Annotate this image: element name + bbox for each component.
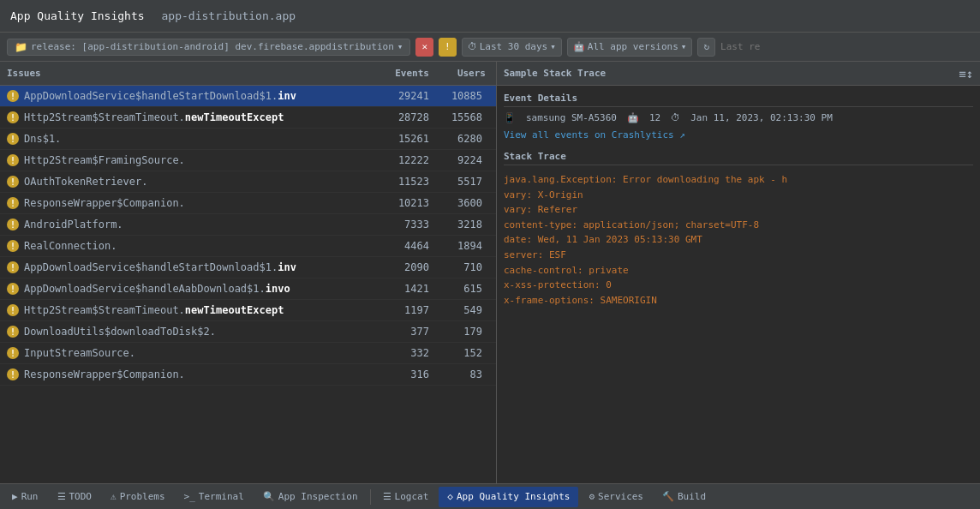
title-app-quality-insights[interactable]: App Quality Insights <box>10 9 145 22</box>
stack-line: x-xss-protection: 0 <box>504 278 973 293</box>
stack-line: content-type: application/json; charset=… <box>504 218 973 233</box>
issue-name: RealConnection. <box>24 240 369 252</box>
issue-name: InputStreamSource. <box>24 347 369 359</box>
release-selector[interactable]: 📁 release: [app-distribution-android] de… <box>7 39 410 56</box>
run-label: Run <box>21 491 39 502</box>
error-filter-btn[interactable]: ✕ <box>415 38 433 57</box>
run-icon: ▶ <box>12 491 18 502</box>
android-version-icon: 🤖 <box>627 112 639 123</box>
bottom-btn-logcat[interactable]: ☰Logcat <box>374 487 438 507</box>
versions-chevron: ▾ <box>681 41 687 52</box>
title-app-distribution[interactable]: app-distribution.app <box>162 9 296 22</box>
stack-header: Sample Stack Trace ≡↕ <box>497 62 980 86</box>
issue-users: 3218 <box>429 219 489 231</box>
issues-header: Issues Events Users <box>0 62 496 86</box>
issue-name: AppDownloadService$handleAabDownload$1.i… <box>24 283 369 295</box>
issue-events: 377 <box>369 326 429 338</box>
issue-row[interactable]: !Http2Stream$FramingSource.122229224 <box>0 150 496 171</box>
release-icon: 📁 <box>15 41 27 53</box>
issue-events: 11523 <box>369 176 429 188</box>
issue-row[interactable]: !Dns$1.152616280 <box>0 129 496 150</box>
clock-icon: ⏱ <box>468 41 477 52</box>
issue-users: 549 <box>429 304 489 316</box>
issue-events: 12222 <box>369 154 429 166</box>
stack-trace-section: Stack Trace java.lang.Exception: Error d… <box>504 151 973 308</box>
bottom-btn-app-quality-insights[interactable]: ◇App Quality Insights <box>439 487 578 507</box>
issue-users: 5517 <box>429 176 489 188</box>
issue-row[interactable]: !RealConnection.44641894 <box>0 236 496 257</box>
event-details-section: Event Details 📱 samsung SM-A5360 🤖 12 ⏱ … <box>504 93 973 141</box>
events-col-header: Events <box>376 64 436 82</box>
issue-row[interactable]: !AppDownloadService$handleStartDownload$… <box>0 86 496 107</box>
problems-label: Problems <box>120 491 165 502</box>
problems-icon: ⚠ <box>111 491 117 502</box>
bottom-btn-problems[interactable]: ⚠Problems <box>102 487 174 507</box>
issue-row[interactable]: !OAuthTokenRetriever.115235517 <box>0 171 496 193</box>
issue-warning-icon: ! <box>7 111 19 123</box>
all-versions-btn[interactable]: 🤖 All app versions ▾ <box>567 38 693 57</box>
clock-icon2: ⏱ <box>671 112 680 123</box>
issue-row[interactable]: !AppDownloadService$handleStartDownload$… <box>0 257 496 278</box>
issue-events: 2090 <box>369 261 429 273</box>
build-label: Build <box>678 491 706 502</box>
issue-row[interactable]: !ResponseWrapper$Companion.31683 <box>0 364 496 386</box>
stack-line: server: ESF <box>504 248 973 263</box>
issue-users: 9224 <box>429 154 489 166</box>
issue-row[interactable]: !DownloadUtils$downloadToDisk$2.377179 <box>0 321 496 343</box>
issue-users: 615 <box>429 283 489 295</box>
issue-users: 6280 <box>429 133 489 145</box>
issue-row[interactable]: !AppDownloadService$handleAabDownload$1.… <box>0 278 496 300</box>
issue-row[interactable]: !AndroidPlatform.73333218 <box>0 214 496 236</box>
issue-row[interactable]: !InputStreamSource.332152 <box>0 343 496 364</box>
issue-warning-icon: ! <box>7 176 19 188</box>
app-inspection-icon: 🔍 <box>263 491 275 502</box>
issue-row[interactable]: !Http2Stream$StreamTimeout.newTimeoutExc… <box>0 300 496 321</box>
all-versions-label: All app versions <box>588 41 678 52</box>
issue-name: AppDownloadService$handleStartDownload$1… <box>24 90 369 102</box>
android-version: 12 <box>649 112 660 123</box>
device-name: samsung SM-A5360 <box>526 112 617 123</box>
last-days-btn[interactable]: ⏱ Last 30 days ▾ <box>462 38 562 57</box>
todo-icon: ☰ <box>57 491 66 502</box>
issue-name: Http2Stream$StreamTimeout.newTimeoutExce… <box>24 304 369 316</box>
last-days-label: Last 30 days <box>480 41 547 52</box>
issue-users: 3600 <box>429 197 489 209</box>
warning-filter-btn[interactable]: ! <box>439 38 457 57</box>
issue-users: 83 <box>429 368 489 380</box>
issue-row[interactable]: !Http2Stream$StreamTimeout.newTimeoutExc… <box>0 107 496 129</box>
issue-warning-icon: ! <box>7 197 19 209</box>
bottom-bar: ▶Run☰TODO⚠Problems>_Terminal🔍App Inspect… <box>0 483 980 509</box>
issue-events: 7333 <box>369 219 429 231</box>
services-icon: ⚙ <box>589 491 595 502</box>
stack-trace-label: Stack Trace <box>504 151 973 165</box>
logcat-icon: ☰ <box>383 491 391 502</box>
bottom-btn-services[interactable]: ⚙Services <box>580 487 652 507</box>
bottom-btn-todo[interactable]: ☰TODO <box>49 487 101 507</box>
bottom-btn-build[interactable]: 🔨Build <box>654 487 714 507</box>
issue-row[interactable]: !ResponseWrapper$Companion.102133600 <box>0 193 496 214</box>
bottom-btn-run[interactable]: ▶Run <box>3 487 47 507</box>
issue-warning-icon: ! <box>7 261 19 273</box>
terminal-label: Terminal <box>199 491 244 502</box>
filter-icon[interactable]: ≡↕ <box>959 67 973 81</box>
issue-warning-icon: ! <box>7 283 19 295</box>
issue-users: 10885 <box>429 90 489 102</box>
issue-name: OAuthTokenRetriever. <box>24 176 369 188</box>
bottom-btn-app-inspection[interactable]: 🔍App Inspection <box>254 487 367 507</box>
issue-events: 28728 <box>369 111 429 123</box>
stack-line: cache-control: private <box>504 263 973 278</box>
issue-name: DownloadUtils$downloadToDisk$2. <box>24 326 369 338</box>
toolbar: 📁 release: [app-distribution-android] de… <box>0 33 980 62</box>
event-meta: 📱 samsung SM-A5360 🤖 12 ⏱ Jan 11, 2023, … <box>504 112 973 123</box>
issue-events: 15261 <box>369 133 429 145</box>
refresh-btn[interactable]: ↻ <box>697 38 715 57</box>
crashlytics-link[interactable]: View all events on Crashlytics ↗ <box>504 129 685 141</box>
issue-name: ResponseWrapper$Companion. <box>24 368 369 380</box>
bottom-btn-terminal[interactable]: >_Terminal <box>176 487 253 507</box>
app-quality-insights-label: App Quality Insights <box>457 491 570 502</box>
device-icon: 📱 <box>504 112 516 123</box>
issue-warning-icon: ! <box>7 154 19 166</box>
release-chevron: ▾ <box>397 41 403 52</box>
title-bar: App Quality Insights app-distribution.ap… <box>0 0 980 33</box>
issue-warning-icon: ! <box>7 240 19 252</box>
